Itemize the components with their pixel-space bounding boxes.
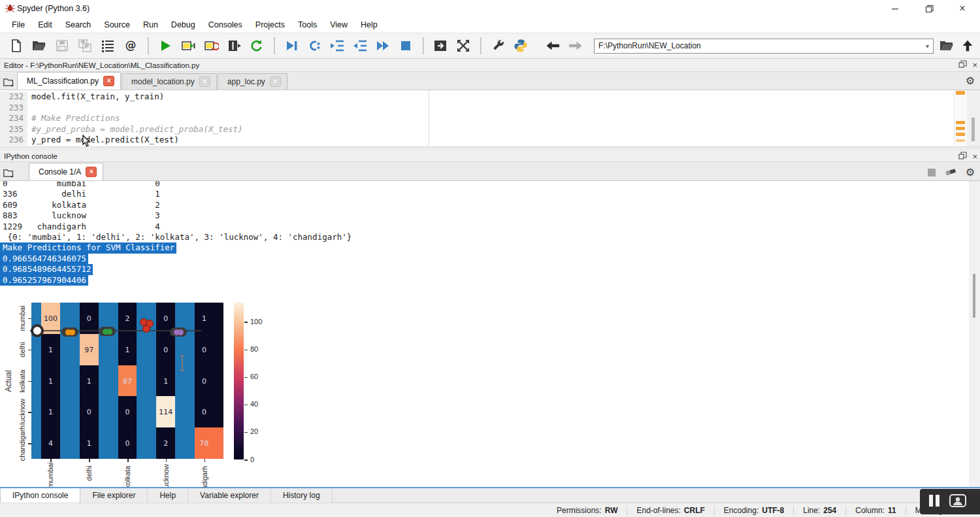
heatmap-cell-value: 1 xyxy=(87,439,91,448)
close-pane-icon[interactable]: × xyxy=(972,152,977,161)
menu-help[interactable]: Help xyxy=(354,18,384,31)
editor-tab-model_location.py[interactable]: model_location.py× xyxy=(122,73,217,90)
plugin-tab-ipython-console[interactable]: IPython console xyxy=(0,488,80,503)
run-file-icon[interactable] xyxy=(155,36,175,56)
menu-tools[interactable]: Tools xyxy=(291,18,323,31)
editor-options-gear-icon[interactable]: ⚙ xyxy=(966,75,975,87)
debug-file-icon[interactable] xyxy=(282,36,301,56)
restore-button[interactable] xyxy=(919,1,939,16)
run-cell-advance-icon[interactable] xyxy=(201,36,221,56)
open-file-icon[interactable] xyxy=(29,36,49,56)
console-tab[interactable]: Console 1/A × xyxy=(29,163,103,180)
tab-label: model_location.py xyxy=(131,77,195,86)
undock-pane-icon[interactable] xyxy=(958,152,967,161)
menu-source[interactable]: Source xyxy=(97,18,137,31)
run-selection-icon[interactable] xyxy=(224,36,244,56)
code-line[interactable]: 236y_pred = model.predict(X_test) xyxy=(0,135,980,146)
editor-scrollbar-thumb[interactable] xyxy=(972,118,975,141)
code-line[interactable]: 232model.fit(X_train, y_train) xyxy=(0,92,980,103)
console-scrollbar[interactable] xyxy=(969,181,980,487)
new-file-icon[interactable] xyxy=(7,36,26,56)
code-line[interactable]: 233 xyxy=(0,103,980,114)
heatmap-cell-value: 0 xyxy=(202,376,206,385)
debug-stop-icon[interactable] xyxy=(396,36,416,56)
remove-variables-eraser-icon[interactable] xyxy=(945,167,956,178)
undock-pane-icon[interactable] xyxy=(958,60,967,70)
plugin-tab-file-explorer[interactable]: File explorer xyxy=(80,488,148,503)
preferences-icon[interactable] xyxy=(488,36,508,56)
mouse-cursor xyxy=(82,135,91,150)
console-tab-bar: Console 1/A × ⚙ xyxy=(0,162,980,181)
editor-tab-ML_Classification.py[interactable]: ML_Classification.py× xyxy=(17,72,121,90)
recorder-overlay xyxy=(920,489,980,514)
python-path-icon[interactable] xyxy=(511,36,531,56)
status-column: Column:11 xyxy=(846,506,905,515)
console-output-line: 883 lucknow 3 xyxy=(0,210,980,221)
editor-tab-app_loc.py[interactable]: app_loc.py× xyxy=(218,73,287,90)
code-editor[interactable]: 232model.fit(X_train, y_train)233234# Ma… xyxy=(0,90,980,146)
tab-label: app_loc.py xyxy=(227,77,265,86)
parent-directory-button[interactable] xyxy=(959,36,977,56)
pause-icon[interactable] xyxy=(929,495,942,509)
webcam-toggle-icon[interactable] xyxy=(949,493,967,510)
code-text: #y_pred_proba = model.predict_proba(X_te… xyxy=(31,124,243,134)
close-button[interactable]: × xyxy=(953,1,972,16)
console-selected-line: Make Predictions for SVM Classifier xyxy=(0,242,176,253)
plugin-tab-help[interactable]: Help xyxy=(148,488,188,503)
y-tick-label: delhi xyxy=(18,342,26,357)
run-cell-icon[interactable] xyxy=(178,36,198,56)
rerun-cell-icon[interactable] xyxy=(247,36,267,56)
line-number: 232 xyxy=(0,92,27,103)
console-options-gear-icon[interactable]: ⚙ xyxy=(966,166,975,178)
plugin-tab-variable-explorer[interactable]: Variable explorer xyxy=(188,488,271,503)
browse-directory-button[interactable] xyxy=(938,36,956,56)
back-icon[interactable] xyxy=(543,36,563,56)
ipython-console-output[interactable]: 0 mumbai 0336 delhi 1609 kolkata 2883 lu… xyxy=(0,181,980,487)
working-directory-combobox[interactable]: F:\PythonRun\NEW_Location ▾ xyxy=(594,39,934,54)
close-tab-icon[interactable]: × xyxy=(199,76,210,87)
x-tick-mark xyxy=(166,459,167,462)
debug-step-return-icon[interactable] xyxy=(350,36,370,56)
editor-pane-title: Editor - F:\PythonRun\NEW_Location\ML_Cl… xyxy=(4,61,199,69)
column-79-edge-line xyxy=(429,90,429,146)
menu-run[interactable]: Run xyxy=(137,18,165,31)
heatmap-cell-value: 2 xyxy=(163,439,168,448)
close-tab-icon[interactable]: × xyxy=(86,167,97,177)
close-tab-icon[interactable]: × xyxy=(103,76,114,86)
menu-edit[interactable]: Edit xyxy=(31,18,59,31)
console-output-line: 609 kolkata 2 xyxy=(0,200,980,210)
menu-file[interactable]: File xyxy=(5,18,31,31)
dot-marker xyxy=(61,327,78,337)
save-all-icon[interactable] xyxy=(75,36,95,56)
console-scrollbar-thumb[interactable] xyxy=(973,274,975,318)
symbol-finder-icon[interactable]: @ xyxy=(121,36,140,56)
heatmap-cell-value: 1 xyxy=(48,408,53,416)
menu-consoles[interactable]: Consoles xyxy=(202,18,249,31)
line-number: 235 xyxy=(0,124,27,135)
ring-marker xyxy=(31,324,44,337)
plugin-tab-history-log[interactable]: History log xyxy=(271,488,333,503)
debug-continue-icon[interactable] xyxy=(373,36,393,56)
close-tab-icon[interactable]: × xyxy=(270,76,281,87)
menu-search[interactable]: Search xyxy=(59,18,98,31)
menu-view[interactable]: View xyxy=(323,18,354,31)
close-pane-icon[interactable]: × xyxy=(972,60,977,70)
minimize-button[interactable] xyxy=(885,1,905,16)
menu-projects[interactable]: Projects xyxy=(249,18,291,31)
save-icon[interactable] xyxy=(52,36,72,56)
fullscreen-icon[interactable] xyxy=(453,36,473,56)
debug-step-into-icon[interactable] xyxy=(327,36,347,56)
code-line[interactable]: 234# Make Predictions xyxy=(0,113,980,124)
file-switcher-icon[interactable] xyxy=(98,36,118,56)
forward-icon[interactable] xyxy=(566,36,585,56)
interrupt-kernel-icon[interactable] xyxy=(928,169,936,176)
dot-marker xyxy=(99,327,116,336)
status-encoding: Encoding:UTF-8 xyxy=(715,506,793,515)
browse-tabs-icon[interactable] xyxy=(0,165,17,180)
code-line[interactable]: 235#y_pred_proba = model.predict_proba(X… xyxy=(0,124,980,135)
browse-tabs-icon[interactable] xyxy=(0,74,17,90)
maximize-pane-icon[interactable] xyxy=(431,36,450,56)
menu-debug[interactable]: Debug xyxy=(165,18,202,31)
heatmap-cell-value: 1 xyxy=(202,314,206,322)
debug-run-line-icon[interactable] xyxy=(304,36,324,56)
